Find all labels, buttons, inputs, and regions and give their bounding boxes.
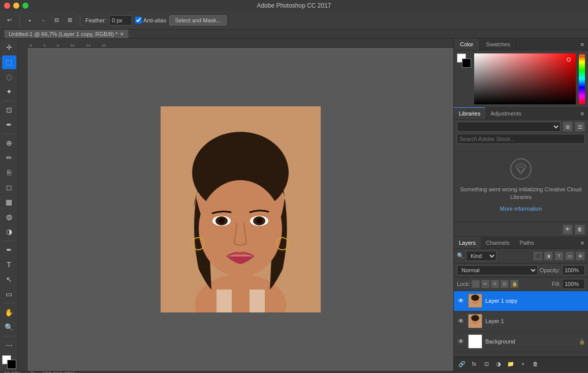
layers-blend: Normal Opacity: (454, 264, 588, 277)
hue-cursor[interactable] (578, 54, 585, 56)
close-button[interactable] (4, 3, 10, 9)
spectrum-cursor[interactable] (567, 58, 571, 62)
link-layers-icon[interactable]: 🔗 (457, 359, 467, 369)
layers-kind-dropdown[interactable]: Kind (466, 251, 497, 261)
marquee-rect-icon[interactable]: ▪ (25, 15, 35, 25)
fill-input[interactable] (562, 279, 585, 289)
lib-eye-icon[interactable]: 👁 (563, 224, 573, 235)
error-icon (508, 156, 534, 182)
lib-list-view[interactable]: ☰ (575, 122, 585, 132)
feather-input[interactable] (109, 15, 132, 25)
marquee-circle-icon[interactable]: ◦ (38, 15, 48, 25)
opacity-input[interactable] (562, 265, 585, 275)
tab-libraries[interactable]: Libraries (454, 107, 485, 119)
layer-effects-icon[interactable]: fx (469, 359, 479, 369)
fg-bg-swatches[interactable] (457, 53, 471, 68)
magic-wand-tool[interactable]: ✦ (2, 85, 16, 99)
dodge-tool[interactable]: ◑ (2, 225, 16, 239)
filter-text-icon[interactable]: T (554, 251, 564, 261)
color-spectrum[interactable] (474, 53, 576, 104)
fg-bg-color[interactable] (2, 355, 16, 369)
document-tab[interactable]: Untitled-1 @ 66,7% (Layer 1 copy, RGB/8)… (4, 30, 129, 38)
zoom-tool[interactable]: 🔍 (2, 320, 16, 334)
add-group-icon[interactable]: 📁 (506, 359, 516, 369)
lock-artboard-icon[interactable]: ⊟ (501, 280, 509, 288)
layer-item-layer1copy[interactable]: 👁 Layer 1 copy (454, 291, 588, 311)
tab-bar: Untitled-1 @ 66,7% (Layer 1 copy, RGB/8)… (0, 30, 588, 39)
pen-tool[interactable]: ✒ (2, 243, 16, 257)
tool-separator-5 (4, 336, 15, 336)
opacity-label: Opacity: (540, 267, 560, 273)
blur-tool[interactable]: ◍ (2, 210, 16, 224)
layer-visibility-background[interactable]: 👁 (457, 337, 465, 346)
eraser-tool[interactable]: ◻ (2, 181, 16, 194)
background-swatch[interactable] (462, 59, 471, 68)
filter-adjustment-icon[interactable]: ◑ (544, 251, 553, 261)
hue-slider[interactable] (579, 53, 585, 104)
history-icon[interactable]: ↩ (4, 15, 14, 25)
crop-tool[interactable]: ⊡ (2, 103, 16, 117)
tab-layers[interactable]: Layers (454, 237, 481, 248)
blend-mode-dropdown[interactable]: Normal (457, 265, 538, 275)
layers-panel-tabs: Layers Channels Paths ≡ (454, 237, 588, 249)
lasso-tool[interactable]: ◌ (2, 70, 16, 84)
filter-pixel-icon[interactable]: ⬛ (533, 251, 542, 261)
marquee-single-col-icon[interactable]: ⊞ (65, 15, 75, 25)
lib-grid-view[interactable]: ⊞ (563, 122, 573, 132)
lock-all-icon[interactable]: 🔒 (510, 280, 518, 288)
add-layer-icon[interactable]: + (518, 359, 528, 369)
clone-tool[interactable]: ⎘ (2, 166, 16, 180)
tab-adjustments[interactable]: Adjustments (485, 108, 527, 119)
lock-transparent-icon[interactable]: ⬚ (472, 280, 480, 288)
minimize-button[interactable] (13, 3, 19, 9)
fill-label: Fill: (552, 281, 561, 287)
eyedropper-tool[interactable]: ✒ (2, 118, 16, 132)
add-mask-icon[interactable]: ⊡ (481, 359, 491, 369)
healing-tool[interactable]: ⊕ (2, 136, 16, 150)
path-select-tool[interactable]: ↖ (2, 272, 16, 286)
filter-smart-icon[interactable]: ⊕ (576, 251, 585, 261)
libraries-more-info[interactable]: More information (500, 206, 542, 212)
layer-visibility-layer1[interactable]: 👁 (457, 317, 465, 325)
tool-separator-4 (4, 303, 15, 303)
svg-point-17 (518, 166, 523, 171)
libraries-search[interactable] (457, 134, 585, 144)
layers-panel-menu[interactable]: ≡ (577, 237, 588, 248)
tab-swatches[interactable]: Swatches (480, 39, 517, 50)
lock-position-icon[interactable]: ✛ (491, 280, 499, 288)
tab-color[interactable]: Color (454, 39, 480, 50)
canvas-image[interactable] (161, 106, 321, 312)
rectangle-tool[interactable]: ▭ (2, 287, 16, 301)
color-panel-menu[interactable]: ≡ (577, 39, 588, 50)
layer-visibility-layer1copy[interactable]: 👁 (457, 297, 465, 305)
right-panel: Color Swatches ≡ (453, 39, 588, 371)
lib-trash-icon[interactable]: 🗑 (575, 224, 585, 235)
add-adjustment-icon[interactable]: ◑ (493, 359, 504, 369)
select-mask-button[interactable]: Select and Mask... (169, 15, 227, 25)
background-color[interactable] (7, 360, 16, 369)
toolbar-separator-1 (19, 14, 20, 26)
move-tool[interactable]: ✛ (2, 41, 16, 54)
main-toolbar: ↩ ▪ ◦ ⊟ ⊞ Feather: Anti-alias Select and… (0, 11, 588, 30)
hand-tool[interactable]: ✋ (2, 305, 16, 319)
libraries-dropdown[interactable] (457, 122, 561, 132)
marquee-single-row-icon[interactable]: ⊟ (51, 15, 61, 25)
libraries-panel-menu[interactable]: ≡ (577, 108, 588, 119)
delete-layer-icon[interactable]: 🗑 (530, 359, 540, 369)
gradient-tool[interactable]: ▦ (2, 195, 16, 209)
anti-alias-checkbox[interactable]: Anti-alias (135, 17, 166, 23)
lock-brush-icon[interactable]: ✏ (481, 280, 489, 288)
more-tools[interactable]: ⋯ (2, 338, 16, 352)
text-tool[interactable]: T (2, 257, 16, 271)
tab-close-icon[interactable]: ✕ (120, 32, 124, 37)
svg-rect-3 (216, 290, 232, 312)
marquee-tool[interactable]: ⬚ (2, 55, 16, 69)
tab-paths[interactable]: Paths (515, 237, 539, 248)
svg-rect-4 (250, 290, 265, 312)
layer-item-background[interactable]: 👁 Background 🔒 (454, 332, 588, 352)
tab-channels[interactable]: Channels (481, 237, 514, 248)
filter-shape-icon[interactable]: ▭ (565, 251, 574, 261)
layer-item-layer1[interactable]: 👁 Layer 1 (454, 311, 588, 332)
maximize-button[interactable] (22, 3, 28, 9)
brush-tool[interactable]: ✏ (2, 151, 16, 165)
